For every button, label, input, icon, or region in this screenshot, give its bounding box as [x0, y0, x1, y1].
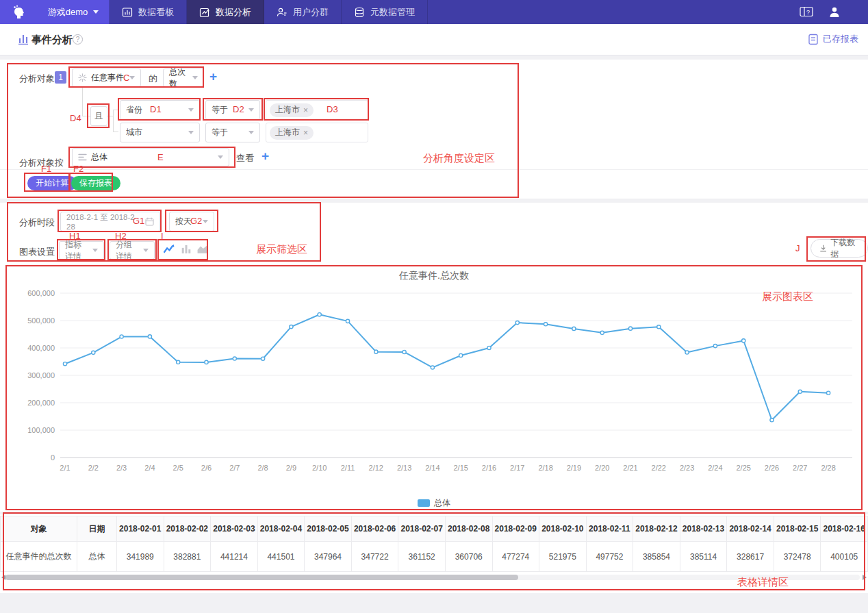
connector-line: [113, 132, 118, 132]
project-selector[interactable]: 游戏demo: [38, 0, 110, 24]
filter-operator-value: 等于: [212, 127, 244, 138]
detail-table-panel: 对象日期2018-02-012018-02-022018-02-032018-0…: [0, 514, 868, 593]
chevron-down-icon: [248, 131, 254, 134]
svg-text:100,000: 100,000: [27, 426, 55, 434]
svg-text:300,000: 300,000: [27, 371, 55, 379]
user-avatar-icon[interactable]: [828, 6, 841, 18]
app-logo[interactable]: [0, 0, 38, 24]
download-label: 下载数据: [830, 237, 859, 260]
svg-text:0: 0: [51, 453, 55, 462]
svg-text:200,000: 200,000: [27, 399, 55, 407]
table-cell: 385114: [680, 542, 727, 572]
document-icon: [808, 34, 819, 45]
svg-text:2/22: 2/22: [652, 464, 666, 472]
table-header-cell: 2018-02-15: [774, 516, 821, 542]
logo-head-icon: [12, 5, 27, 20]
chart-title: 任意事件.总次数: [0, 270, 868, 282]
tag-remove-icon[interactable]: ×: [303, 105, 308, 115]
chart-legend-item[interactable]: 总体: [0, 497, 868, 509]
svg-text:2/17: 2/17: [510, 464, 524, 472]
table-cell: 372478: [774, 542, 821, 572]
table-cell: 347964: [305, 542, 352, 572]
legend-label: 总体: [434, 497, 450, 509]
area-chart-type-button[interactable]: [196, 243, 209, 254]
period-label: 分析时段: [19, 216, 55, 229]
line-chart-type-button[interactable]: [162, 243, 176, 254]
svg-text:600,000: 600,000: [27, 289, 55, 297]
bar-chart-icon: [18, 33, 29, 45]
event-select[interactable]: 任意事件: [72, 68, 141, 87]
svg-text:2/26: 2/26: [765, 464, 779, 472]
page-help-icon[interactable]: ?: [73, 34, 83, 45]
connector-line: [82, 116, 90, 116]
save-report-button[interactable]: 保存报表: [71, 176, 120, 190]
filter-field-select[interactable]: 省份: [120, 100, 200, 120]
saved-reports-button[interactable]: 已存报表: [808, 33, 858, 45]
filter-value-tag: 上海市 ×: [270, 103, 314, 117]
analysis-icon: [199, 7, 210, 18]
svg-text:2/2: 2/2: [88, 464, 99, 472]
dashboard-icon: [122, 7, 133, 18]
navbar-right: ?: [800, 0, 868, 24]
help-docs-icon[interactable]: ?: [800, 6, 813, 18]
date-range-value: 2018-2-1 至 2018-2-28: [66, 212, 141, 231]
svg-text:2/5: 2/5: [173, 464, 183, 472]
svg-text:2/23: 2/23: [680, 464, 694, 472]
calendar-icon: [145, 217, 154, 226]
filter-value-input[interactable]: 上海市 ×: [266, 100, 368, 120]
date-range-input[interactable]: 2018-2-1 至 2018-2-28: [60, 212, 160, 232]
download-icon: [819, 244, 827, 253]
bar-chart-type-button[interactable]: [180, 243, 192, 254]
granularity-select[interactable]: 按天: [169, 212, 214, 232]
chevron-down-icon: [248, 108, 254, 112]
tag-remove-icon[interactable]: ×: [303, 128, 308, 138]
scroll-right-icon[interactable]: [863, 575, 867, 580]
nav-item-metadata[interactable]: 元数据管理: [342, 0, 428, 24]
measure-select[interactable]: 总次数: [163, 68, 204, 87]
svg-text:2/19: 2/19: [567, 464, 581, 472]
filter-relation-button[interactable]: 且: [90, 106, 107, 126]
nav-item-analysis[interactable]: 数据分析: [187, 0, 264, 24]
svg-text:2/6: 2/6: [201, 464, 212, 472]
filter-field-select[interactable]: 城市: [120, 123, 200, 142]
nav-item-user-segments[interactable]: 用户分群: [264, 0, 342, 24]
table-cell: 477274: [492, 542, 539, 572]
add-indicator-button[interactable]: +: [209, 70, 217, 83]
download-data-button[interactable]: 下载数据: [810, 239, 868, 258]
legend-swatch: [418, 499, 430, 507]
nav-item-label: 数据看板: [138, 6, 174, 18]
group-detail-select[interactable]: 分组详情: [110, 241, 155, 260]
table-cell: 441501: [257, 542, 305, 572]
table-header-cell: 2018-02-02: [164, 516, 211, 542]
svg-text:2/27: 2/27: [793, 464, 807, 472]
filter-operator-value: 等于: [212, 104, 244, 116]
add-group-button[interactable]: +: [261, 149, 269, 162]
connector-line: [82, 87, 83, 116]
measure-select-value: 总次数: [169, 66, 188, 90]
start-calc-button[interactable]: 开始计算: [27, 176, 77, 190]
svg-text:2/13: 2/13: [397, 464, 411, 472]
svg-text:2/15: 2/15: [453, 464, 468, 472]
metric-detail-select[interactable]: 指标详情: [59, 241, 104, 260]
chevron-down-icon: [218, 155, 223, 159]
table-header-cell: 2018-02-12: [633, 516, 680, 542]
svg-text:2/25: 2/25: [736, 464, 750, 472]
filter-value-input[interactable]: 上海市 ×: [266, 123, 368, 142]
nav-item-dashboard[interactable]: 数据看板: [110, 0, 187, 24]
table-header-cell: 2018-02-05: [305, 516, 352, 542]
svg-text:2/14: 2/14: [425, 464, 439, 472]
scroll-left-icon[interactable]: [1, 575, 5, 580]
metric-detail-value: 指标详情: [65, 239, 88, 262]
chevron-down-icon: [92, 249, 98, 252]
table-header-cell: 2018-02-13: [680, 516, 727, 542]
filter-operator-select[interactable]: 等于: [205, 100, 260, 120]
filter-operator-select[interactable]: 等于: [205, 123, 260, 142]
table-header-cell: 2018-02-16: [821, 516, 868, 542]
event-analysis-page: 游戏demo 数据看板 数据分析: [0, 0, 868, 613]
table-cell: 382881: [164, 542, 211, 572]
group-by-select[interactable]: 总体: [72, 148, 229, 166]
horizontal-scrollbar-thumb[interactable]: [5, 575, 518, 580]
database-icon: [354, 7, 365, 18]
chevron-down-icon: [192, 76, 198, 79]
of-text: 的: [149, 73, 157, 85]
